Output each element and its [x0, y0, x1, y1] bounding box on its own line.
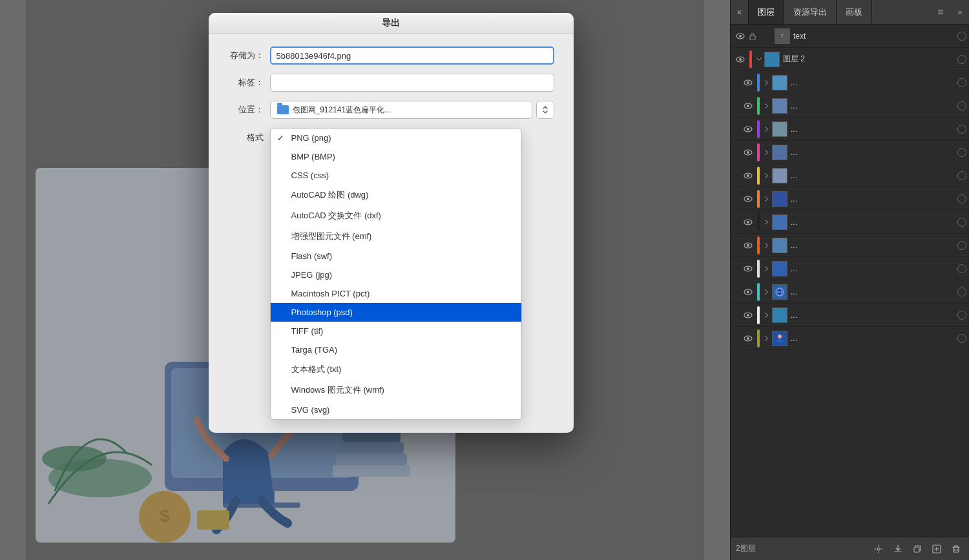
canvas-area: $ 导出 存储为：	[0, 0, 730, 560]
panel-menu-button[interactable]: ≡	[930, 0, 951, 25]
layer-thumb	[772, 191, 787, 207]
save-as-field: 存储为：	[228, 47, 554, 65]
layer-row[interactable]: 图层 2	[731, 48, 969, 71]
layer-row[interactable]: ...	[731, 327, 969, 350]
location-arrows-button[interactable]	[536, 101, 554, 119]
layer-eye-icon[interactable]	[741, 262, 755, 276]
layer-expand-icon[interactable]	[762, 80, 772, 85]
layer-row[interactable]: ...	[731, 280, 969, 304]
layer-expand-icon[interactable]	[762, 150, 772, 155]
panel-expand-button[interactable]: «	[951, 0, 969, 25]
layer-thumb: T	[775, 28, 790, 44]
layer-visibility-circle[interactable]	[957, 194, 966, 203]
tag-input[interactable]	[270, 74, 554, 92]
layer-name-label: ...	[791, 287, 955, 296]
format-option-jpg[interactable]: JPEG (jpg)	[271, 265, 521, 284]
layer-eye-icon[interactable]	[741, 238, 755, 253]
layer-expand-icon[interactable]	[762, 266, 772, 271]
format-option-wmf[interactable]: Windows 图元文件 (wmf)	[271, 380, 521, 400]
layer-expand-icon[interactable]	[762, 196, 772, 202]
layer-row[interactable]: ...	[731, 141, 969, 164]
format-option-emf[interactable]: 增强型图元文件 (emf)	[271, 226, 521, 247]
svg-rect-52	[953, 547, 959, 552]
layer-visibility-circle[interactable]	[957, 55, 966, 64]
layer-expand-icon[interactable]	[762, 313, 772, 318]
layer-eye-icon[interactable]	[733, 29, 747, 43]
layer-eye-icon[interactable]	[741, 215, 755, 229]
format-option-bmp[interactable]: BMP (BMP)	[271, 147, 521, 166]
layer-row[interactable]: Ttext	[731, 25, 969, 48]
layer-eye-icon[interactable]	[741, 169, 755, 183]
layer-row[interactable]: ...	[731, 164, 969, 187]
layer-color-bar	[757, 306, 760, 324]
save-as-input[interactable]	[270, 47, 554, 65]
format-option-pct[interactable]: Macintosh PICT (pct)	[271, 284, 521, 303]
layer-expand-icon[interactable]	[762, 243, 772, 248]
layer-eye-icon[interactable]	[741, 76, 755, 90]
layer-eye-icon[interactable]	[741, 308, 755, 322]
layer-eye-icon[interactable]	[741, 122, 755, 136]
layer-eye-icon[interactable]	[733, 52, 747, 67]
layer-visibility-circle[interactable]	[957, 125, 966, 134]
layer-row[interactable]: ...	[731, 257, 969, 280]
layer-visibility-circle[interactable]	[957, 241, 966, 250]
svg-point-46	[747, 314, 749, 316]
layer-row[interactable]: ...	[731, 187, 969, 211]
layer-row[interactable]: ...	[731, 71, 969, 94]
layer-expand-icon[interactable]	[762, 336, 772, 341]
layer-visibility-circle[interactable]	[957, 78, 966, 87]
layer-name-label: text	[793, 32, 955, 41]
copy-button[interactable]	[910, 541, 925, 557]
layer-row[interactable]: ...	[731, 118, 969, 141]
format-option-txt[interactable]: 文本格式 (txt)	[271, 359, 521, 380]
layer-visibility-circle[interactable]	[957, 287, 966, 296]
layer-row[interactable]: ...	[731, 211, 969, 234]
layer-visibility-circle[interactable]	[957, 218, 966, 227]
svg-point-27	[747, 128, 749, 130]
layer-color-bar	[757, 236, 760, 254]
layer-visibility-circle[interactable]	[957, 171, 966, 180]
layer-expand-icon[interactable]	[762, 103, 772, 109]
export-button[interactable]	[890, 541, 906, 557]
location-folder-button[interactable]: 包图网_912141蓝色扁平化...	[270, 101, 532, 119]
layer-expand-icon[interactable]	[762, 127, 772, 132]
layer-row[interactable]: ...	[731, 94, 969, 118]
format-option-css[interactable]: CSS (css)	[271, 166, 521, 185]
delete-layer-button[interactable]	[948, 541, 964, 557]
panel-close-button[interactable]: ×	[731, 0, 749, 25]
layer-visibility-circle[interactable]	[957, 101, 966, 110]
layer-row[interactable]: ...	[731, 304, 969, 327]
format-option-svg[interactable]: SVG (svg)	[271, 400, 521, 419]
format-option-png[interactable]: PNG (png)	[271, 129, 521, 147]
layer-visibility-circle[interactable]	[957, 264, 966, 273]
layer-visibility-circle[interactable]	[957, 32, 966, 41]
layer-eye-icon[interactable]	[741, 192, 755, 206]
link-button[interactable]	[871, 541, 886, 557]
layer-expand-icon[interactable]	[762, 289, 772, 295]
layer-color-bar	[757, 143, 760, 161]
layer-expand-icon[interactable]	[754, 57, 764, 62]
layer-eye-icon[interactable]	[741, 145, 755, 160]
layer-eye-icon[interactable]	[741, 99, 755, 113]
layer-visibility-circle[interactable]	[957, 148, 966, 157]
format-option-tga[interactable]: Targa (TGA)	[271, 340, 521, 359]
tab-assets[interactable]: 资源导出	[784, 0, 837, 24]
format-option-dwg[interactable]: AutoCAD 绘图 (dwg)	[271, 185, 521, 205]
tab-layers[interactable]: 图层	[749, 0, 784, 24]
layer-color-bar	[757, 97, 760, 115]
tab-artboard[interactable]: 画板	[837, 0, 872, 24]
svg-point-25	[747, 105, 749, 107]
format-option-dxf[interactable]: AutoCAD 交换文件 (dxf)	[271, 205, 521, 226]
layer-visibility-circle[interactable]	[957, 334, 966, 343]
layer-expand-icon[interactable]	[762, 220, 772, 225]
format-option-psd[interactable]: Photoshop (psd)	[271, 303, 521, 322]
layer-eye-icon[interactable]	[741, 331, 755, 346]
add-layer-button[interactable]	[929, 541, 944, 557]
layer-expand-icon[interactable]	[762, 173, 772, 178]
format-option-tif[interactable]: TIFF (tif)	[271, 322, 521, 340]
layer-row[interactable]: ...	[731, 234, 969, 257]
layer-visibility-circle[interactable]	[957, 311, 966, 320]
layers-container[interactable]: Ttext图层 2...............................…	[731, 25, 969, 537]
layer-eye-icon[interactable]	[741, 285, 755, 299]
format-option-swf[interactable]: Flash (swf)	[271, 247, 521, 265]
